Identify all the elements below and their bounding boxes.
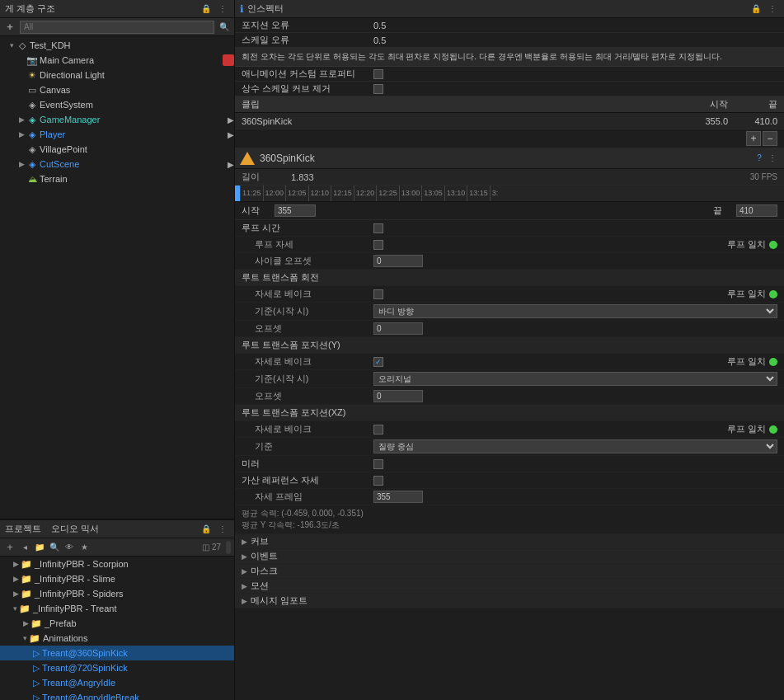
- length-row: 길이 1.833 30 FPS: [235, 169, 784, 186]
- treant-arrow: ▾: [13, 604, 17, 613]
- ref-pose-label: 자세 프레임: [242, 491, 373, 503]
- tree-item-gamemanager[interactable]: ▶ ◈ GameManager ▶: [0, 112, 234, 127]
- additive-ref-checkbox[interactable]: [373, 476, 383, 486]
- loop-match-1-dot: [769, 241, 777, 249]
- folder-item-360spinkick[interactable]: ▷ Treant@360SpinKick: [0, 646, 234, 660]
- motion-section[interactable]: ▶ 모션: [235, 579, 784, 594]
- remove-clip-button[interactable]: −: [763, 131, 777, 146]
- hierarchy-add-button[interactable]: +: [3, 21, 16, 34]
- ref-pose-input[interactable]: [373, 491, 423, 503]
- anim-custom-prop-row: 애니메이션 커스텀 프로퍼티: [235, 67, 784, 82]
- based-on-rotation-select[interactable]: 바디 방향: [373, 304, 777, 318]
- add-clip-button[interactable]: +: [746, 131, 761, 146]
- anim-help-button[interactable]: ?: [753, 152, 766, 165]
- folder-item-720spinkick[interactable]: ▷ Treant@720SpinKick: [0, 660, 234, 675]
- anim-menu-button[interactable]: ⋮: [766, 152, 779, 165]
- clip-data-row[interactable]: 360SpinKick 355.0 410.0: [235, 113, 784, 129]
- project-search2-icon[interactable]: 🔍: [48, 541, 61, 554]
- cut-arrow-right: ▶: [228, 160, 234, 169]
- camera-indicator: [223, 54, 234, 66]
- loop-pose-checkbox[interactable]: [373, 240, 383, 250]
- root-rotation-section: 루트 트랜스폼 회전: [235, 270, 784, 286]
- folder-item-angryidle[interactable]: ▷ Treant@AngryIdle: [0, 675, 234, 690]
- hierarchy-menu-icon[interactable]: ⋮: [216, 2, 229, 16]
- tree-item-directional-light[interactable]: ▾ ☀ Directional Light: [0, 68, 234, 82]
- prefab-folder-icon: 📁: [31, 618, 42, 629]
- audio-mixer-title: 오디오 믹서: [51, 523, 99, 535]
- tree-item-root[interactable]: ▾ ◇ Test_KDH: [0, 38, 234, 53]
- root-arrow: ▾: [7, 40, 16, 50]
- angry-icon: ▷: [33, 678, 40, 688]
- project-eye-icon[interactable]: 👁: [63, 541, 76, 554]
- motion-label: 모션: [251, 580, 269, 592]
- start-input[interactable]: [275, 204, 316, 217]
- tree-item-terrain[interactable]: ▾ ⛰ Terrain: [0, 171, 234, 186]
- bake-pose-xz-checkbox[interactable]: [373, 425, 383, 435]
- folder-item-animations[interactable]: ▾ 📁 Animations: [0, 631, 234, 646]
- root-pos-y-section: 루트 트랜스폼 포지션(Y): [235, 337, 784, 354]
- message-import-section[interactable]: ▶ 메시지 임포트: [235, 594, 784, 608]
- folder-item-scorpion[interactable]: ▶ 📁 _InfinityPBR - Scorpion: [0, 557, 234, 571]
- gm-label: GameManager: [40, 115, 100, 124]
- motion-arrow: ▶: [242, 582, 247, 590]
- folder-item-prefab[interactable]: ▶ 📁 _Prefab: [0, 616, 234, 631]
- bake-into-pose-rotation-row: 자세로 베이크 루프 일치: [235, 286, 784, 303]
- count-icon: ◫: [202, 543, 212, 552]
- tree-item-cutscene[interactable]: ▶ ◈ CutScene ▶: [0, 157, 234, 171]
- bake-rotation-checkbox[interactable]: [373, 289, 383, 299]
- project-menu-icon[interactable]: ⋮: [216, 523, 229, 536]
- bake-pose-xz-row: 자세로 베이크 루프 일치: [235, 421, 784, 438]
- project-scrollbar[interactable]: [226, 541, 231, 554]
- tree-item-player[interactable]: ▶ ◈ Player ▶: [0, 127, 234, 142]
- anim-custom-prop-checkbox[interactable]: [373, 69, 383, 79]
- project-folder-icon: 📁: [33, 541, 46, 554]
- player-label: Player: [40, 129, 65, 139]
- mirror-checkbox[interactable]: [373, 459, 383, 469]
- cycle-offset-row: 사이클 오프셋: [235, 253, 784, 270]
- tree-item-canvas[interactable]: ▾ ▭ Canvas: [0, 82, 234, 97]
- bake-pose-y-checkbox[interactable]: [373, 357, 383, 367]
- folder-item-spiders[interactable]: ▶ 📁 _InfinityPBR - Spiders: [0, 586, 234, 601]
- tree-item-main-camera[interactable]: ▾ 📷 Main Camera: [0, 53, 234, 68]
- project-add-button[interactable]: +: [3, 541, 16, 554]
- anim-clip-name: 360SpinKick: [260, 153, 753, 164]
- hierarchy-search-input[interactable]: [20, 21, 214, 34]
- project-star-icon[interactable]: ★: [77, 541, 91, 554]
- folder-item-slime[interactable]: ▶ 📁 _InfinityPBR - Slime: [0, 571, 234, 586]
- additive-ref-row: 가산 레퍼런스 자세: [235, 472, 784, 489]
- vp-icon: ◈: [26, 143, 38, 155]
- position-error-label: 포지션 오류: [242, 19, 373, 31]
- message-import-arrow: ▶: [242, 597, 247, 605]
- loop-time-row: 루프 시간: [235, 220, 784, 237]
- loop-time-checkbox[interactable]: [373, 223, 383, 233]
- based-on-xz-select[interactable]: 질량 중심: [373, 439, 777, 453]
- offset-y-input[interactable]: [373, 390, 423, 402]
- hierarchy-search-icon[interactable]: 🔍: [218, 21, 231, 34]
- folder-item-angryidlebreak[interactable]: ▷ Treant@AngryIdleBreak: [0, 690, 234, 700]
- player-arrow: ▶: [16, 129, 26, 139]
- curve-label: 커브: [251, 535, 269, 547]
- project-panel-header: 프로젝트 오디오 믹서 🔒 ⋮: [0, 520, 234, 538]
- scorpion-arrow: ▶: [13, 560, 19, 568]
- tree-item-villagepoint[interactable]: ▾ ◈ VillagePoint: [0, 142, 234, 157]
- constant-scale-checkbox[interactable]: [373, 84, 383, 94]
- event-section[interactable]: ▶ 이벤트: [235, 549, 784, 564]
- inspector-menu-icon[interactable]: ⋮: [766, 2, 779, 16]
- project-lock-icon[interactable]: 🔒: [200, 523, 213, 536]
- loop-match-3-dot: [769, 358, 777, 366]
- end-label: 끝: [713, 204, 730, 217]
- curve-section[interactable]: ▶ 커브: [235, 534, 784, 549]
- offset-rotation-input[interactable]: [373, 322, 423, 335]
- mask-section[interactable]: ▶ 마스크: [235, 564, 784, 579]
- based-on-y-select[interactable]: 오리지널: [373, 372, 777, 386]
- slime-folder-icon: 📁: [21, 574, 32, 585]
- slime-label: _InfinityPBR - Slime: [35, 574, 115, 584]
- anim-clip-header: 360SpinKick ? ⋮: [235, 148, 784, 169]
- inspector-lock-icon[interactable]: 🔒: [749, 2, 763, 16]
- folder-item-treant[interactable]: ▾ 📁 _InfinityPBR - Treant: [0, 601, 234, 616]
- hierarchy-lock-icon[interactable]: 🔒: [200, 2, 213, 16]
- end-input[interactable]: [736, 204, 777, 217]
- cycle-offset-input[interactable]: [373, 255, 423, 267]
- project-back-button[interactable]: ◂: [18, 541, 31, 554]
- tree-item-eventsystem[interactable]: ▾ ◈ EventSystem: [0, 97, 234, 112]
